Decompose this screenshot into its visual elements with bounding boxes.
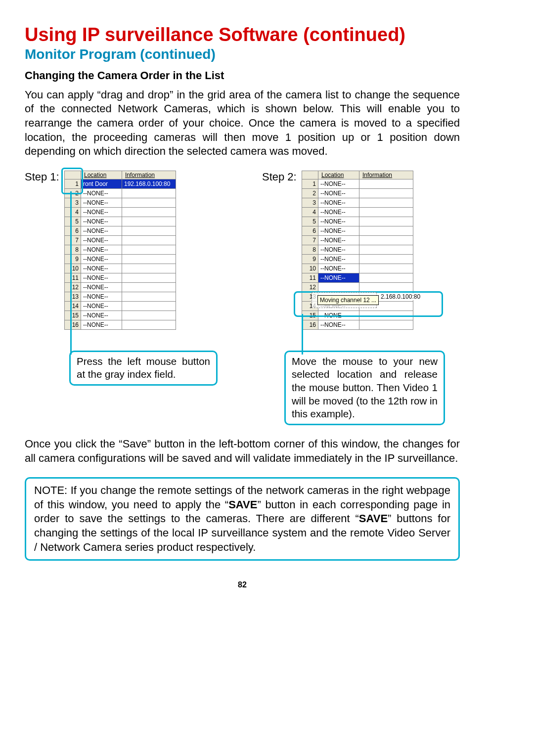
row-location[interactable]: --NONE-- xyxy=(318,226,359,235)
row-information[interactable] xyxy=(122,320,176,329)
table-row[interactable]: 15--NONE-- xyxy=(302,311,413,320)
table-row[interactable]: 2--NONE-- xyxy=(65,188,176,198)
table-row[interactable]: 5--NONE-- xyxy=(302,217,413,226)
row-location[interactable]: --NONE-- xyxy=(81,282,122,292)
row-information[interactable] xyxy=(122,282,176,292)
row-index[interactable]: 3 xyxy=(65,198,81,207)
row-information[interactable] xyxy=(122,292,176,301)
row-information[interactable] xyxy=(122,235,176,245)
table-row[interactable]: 10--NONE-- xyxy=(65,264,176,273)
row-information[interactable] xyxy=(122,254,176,264)
row-information[interactable] xyxy=(359,264,413,273)
table-row[interactable]: 1--NONE-- xyxy=(302,179,413,188)
row-index[interactable]: 12 xyxy=(302,282,318,292)
row-location[interactable]: --NONE-- xyxy=(318,254,359,264)
row-index[interactable]: 15 xyxy=(65,311,81,320)
row-information[interactable] xyxy=(359,273,413,282)
row-location[interactable]: --NONE-- xyxy=(318,188,359,198)
table-row[interactable]: 5--NONE-- xyxy=(65,217,176,226)
row-index[interactable]: 6 xyxy=(65,226,81,235)
row-index[interactable]: 9 xyxy=(65,254,81,264)
table-row[interactable]: 3--NONE-- xyxy=(65,198,176,207)
row-information[interactable] xyxy=(359,254,413,264)
row-index[interactable]: 4 xyxy=(65,207,81,217)
row-location[interactable]: --NONE-- xyxy=(318,235,359,245)
row-location[interactable]: --NONE-- xyxy=(318,217,359,226)
row-index[interactable]: 6 xyxy=(302,226,318,235)
table-row[interactable]: 6--NONE-- xyxy=(302,226,413,235)
row-information[interactable] xyxy=(359,320,413,329)
row-index[interactable]: 10 xyxy=(302,264,318,273)
row-information[interactable] xyxy=(359,226,413,235)
row-location[interactable]: --NONE-- xyxy=(318,320,359,329)
row-index[interactable]: 1 xyxy=(65,179,81,188)
row-index[interactable]: 7 xyxy=(65,235,81,245)
row-information[interactable] xyxy=(122,188,176,198)
row-location[interactable]: --NONE-- xyxy=(81,311,122,320)
table-row[interactable]: 16--NONE-- xyxy=(65,320,176,329)
table-row[interactable]: 13--NONE-- xyxy=(65,292,176,301)
row-index[interactable]: 1 xyxy=(302,179,318,188)
row-location[interactable]: --NONE-- xyxy=(318,264,359,273)
row-information[interactable] xyxy=(359,198,413,207)
row-location[interactable]: ront Door xyxy=(81,179,122,188)
row-information[interactable] xyxy=(359,188,413,198)
row-information[interactable] xyxy=(359,311,413,320)
row-information[interactable] xyxy=(359,282,413,292)
row-index[interactable]: 2 xyxy=(65,188,81,198)
row-index[interactable]: 13 xyxy=(65,292,81,301)
row-index[interactable]: 16 xyxy=(65,320,81,329)
row-information[interactable] xyxy=(122,198,176,207)
row-information[interactable] xyxy=(122,273,176,282)
table-row[interactable]: 3--NONE-- xyxy=(302,198,413,207)
row-information[interactable] xyxy=(122,245,176,254)
row-index[interactable]: 8 xyxy=(302,245,318,254)
row-location[interactable]: --NONE-- xyxy=(81,188,122,198)
table-row[interactable]: 12--NONE-- xyxy=(65,282,176,292)
table-row[interactable]: 2--NONE-- xyxy=(302,188,413,198)
row-index[interactable]: 11 xyxy=(302,273,318,282)
row-index[interactable]: 2 xyxy=(302,188,318,198)
table-row[interactable]: 16--NONE-- xyxy=(302,320,413,329)
row-information[interactable] xyxy=(122,311,176,320)
row-information[interactable] xyxy=(122,226,176,235)
row-information[interactable]: 192.168.0.100:80 xyxy=(122,179,176,188)
row-location[interactable]: --NONE-- xyxy=(81,235,122,245)
table-row[interactable]: 7--NONE-- xyxy=(302,235,413,245)
row-location[interactable]: --NONE-- xyxy=(81,217,122,226)
table-row[interactable]: 8--NONE-- xyxy=(302,245,413,254)
row-index[interactable]: 8 xyxy=(65,245,81,254)
row-location[interactable]: --NONE-- xyxy=(318,179,359,188)
row-location[interactable]: --NONE-- xyxy=(318,273,359,282)
row-information[interactable] xyxy=(359,235,413,245)
row-information[interactable] xyxy=(122,264,176,273)
row-index[interactable]: 16 xyxy=(302,320,318,329)
row-information[interactable] xyxy=(122,301,176,311)
row-location[interactable]: --NONE-- xyxy=(81,264,122,273)
table-row[interactable]: 4--NONE-- xyxy=(65,207,176,217)
row-information[interactable] xyxy=(359,245,413,254)
table-row[interactable]: 9--NONE-- xyxy=(302,254,413,264)
table-row[interactable]: 14--NONE-- xyxy=(65,301,176,311)
row-location[interactable]: --NONE-- xyxy=(318,207,359,217)
row-location[interactable]: --NONE-- xyxy=(81,273,122,282)
row-index[interactable]: 5 xyxy=(65,217,81,226)
row-location[interactable]: --NONE-- xyxy=(81,292,122,301)
row-index[interactable]: 14 xyxy=(65,301,81,311)
table-row[interactable]: 7--NONE-- xyxy=(65,235,176,245)
row-index[interactable]: 10 xyxy=(65,264,81,273)
table-row[interactable]: 15--NONE-- xyxy=(65,311,176,320)
row-index[interactable]: 3 xyxy=(302,198,318,207)
table-row[interactable]: 10--NONE-- xyxy=(302,264,413,273)
row-index[interactable]: 7 xyxy=(302,235,318,245)
table-row[interactable]: 11--NONE-- xyxy=(302,273,413,282)
table-row[interactable]: 11--NONE-- xyxy=(65,273,176,282)
row-location[interactable]: --NONE-- xyxy=(81,301,122,311)
row-location[interactable]: --NONE-- xyxy=(81,207,122,217)
row-location[interactable] xyxy=(318,282,359,292)
row-index[interactable]: 12 xyxy=(65,282,81,292)
row-location[interactable]: --NONE-- xyxy=(318,198,359,207)
row-index[interactable]: 15 xyxy=(302,311,318,320)
table-row[interactable]: 12 xyxy=(302,282,413,292)
row-index[interactable]: 5 xyxy=(302,217,318,226)
